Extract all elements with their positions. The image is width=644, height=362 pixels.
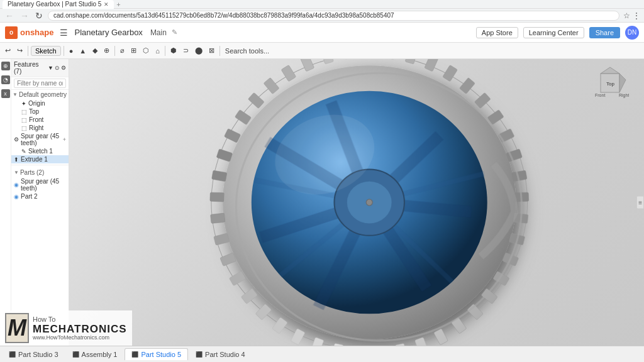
browser-chrome: Planetary Gearbox | Part Studio 5 ✕ + [0,0,644,9]
toolbar-btn-3[interactable]: ◆ [90,45,100,56]
svg-rect-26 [332,344,344,346]
gear-svg [69,59,644,346]
document-tab[interactable]: Main [150,28,167,37]
svg-rect-44 [301,59,314,72]
toolbar-btn-6[interactable]: ⊞ [128,45,139,56]
feature-search-input[interactable] [14,79,66,88]
hamburger-menu-icon[interactable]: ☰ [60,28,68,38]
toolbar-btn-5[interactable]: ⌀ [118,45,127,56]
user-avatar[interactable]: DN [625,26,639,40]
learning-center-button[interactable]: Learning Center [523,27,584,38]
new-tab-button[interactable]: + [116,1,120,8]
svg-rect-5 [425,59,438,72]
tree-item-origin[interactable]: ✦ Origin [11,99,69,107]
svg-marker-66 [601,67,619,74]
svg-rect-38 [216,149,233,162]
sketch1-label: Sketch 1 [28,148,53,155]
search-tools-button[interactable]: Search tools... [223,46,272,56]
features-label: Features (7) [14,61,48,75]
share-button[interactable]: Share [589,27,620,38]
tab-icon-3: ⬛ [131,351,138,358]
origin-icon: ✦ [21,101,26,107]
expand-parts-icon[interactable]: ▼ [14,170,19,175]
viewcube[interactable]: Top Front Right [591,64,629,102]
filter-icon[interactable]: ▼ [48,65,53,71]
main-toolbar: ↩ ↪ Sketch ● ▲ ◆ ⊕ ⌀ ⊞ ⬡ ⌂ ⬢ ⊃ ⬤ ⊠ Searc… [0,43,644,59]
toolbar-btn-2[interactable]: ▲ [77,46,89,56]
toolbar-btn-4[interactable]: ⊕ [101,45,112,56]
variable-icon[interactable]: x [1,89,10,98]
viewport-background: Top Front Right ≡ [69,59,644,346]
tree-item-front[interactable]: ⬚ Front [11,116,69,124]
settings-icon[interactable]: ⚙ [61,65,66,71]
browser-tab[interactable]: Planetary Gearbox | Part Studio 5 ✕ [3,0,114,9]
parts-icon[interactable]: ⊕ [1,62,10,70]
history-icon[interactable]: ◔ [1,75,10,84]
part-item-2[interactable]: ◉ Part 2 [11,192,69,200]
toolbar-btn-12[interactable]: ⊠ [206,45,217,56]
document-title: Planetary Gearbox [74,28,142,37]
forward-button[interactable]: → [19,10,30,21]
watermark-m-letter: M [5,313,29,343]
tab-part-studio-3[interactable]: ⬛ Part Studio 3 [3,349,65,360]
logo-icon: o [5,26,18,39]
tab-assembly-1[interactable]: ⬛ Assembly 1 [66,349,124,360]
toolbar-divider-5 [219,46,220,56]
sketch-button[interactable]: Sketch [31,46,61,56]
edit-doc-icon[interactable]: ✎ [172,28,177,36]
right-label: Right [29,124,43,131]
watermark-main-text: Mechatronics [33,324,127,334]
part2-icon: ◉ [14,194,19,200]
collapse-sidebar-handle[interactable]: ≡ [636,196,644,209]
undo-button[interactable]: ↩ [3,45,13,56]
logo-text: onshape [20,28,53,37]
tree-item-sketch1[interactable]: ✎ Sketch 1 [11,147,69,155]
sidebar-icon-rail: ⊕ ◔ x [0,59,11,346]
redo-button[interactable]: ↪ [14,45,25,56]
browser-actions: ☆ ⋮ [623,11,640,20]
tree-item-top[interactable]: ⬚ Top [11,107,69,116]
svg-rect-33 [220,253,236,266]
svg-text:Top: Top [606,81,614,87]
toolbar-btn-1[interactable]: ● [67,46,76,56]
part-item-1[interactable]: ◉ Spur gear (45 teeth) [11,177,69,192]
address-bar[interactable] [48,11,619,21]
toolbar-divider-2 [64,46,64,56]
3d-viewport[interactable]: Top Front Right ≡ + − ⊡ ⊞ [69,59,644,346]
svg-marker-67 [619,74,626,92]
toolbar-btn-8[interactable]: ⌂ [153,46,162,56]
tree-item-right[interactable]: ⬚ Right [11,124,69,132]
back-button[interactable]: ← [4,10,15,21]
bookmark-button[interactable]: ☆ [623,11,630,20]
tab-part-studio-4[interactable]: ⬛ Part Studio 4 [189,349,252,360]
toolbar-divider-3 [114,46,115,56]
menu-button[interactable]: ⋮ [633,11,640,20]
add-feature-icon[interactable]: ⊙ [55,65,60,71]
svg-rect-34 [214,233,230,245]
sidebar: ⊕ ◔ x Features (7) ▼ ⊙ ⚙ ▼ Default geome… [0,59,69,346]
svg-rect-23 [395,344,407,346]
toolbar-btn-9[interactable]: ⬢ [168,45,179,56]
tree-item-extrude1[interactable]: ⬆ Extrude 1 [11,155,69,163]
right-icon: ⬚ [21,125,27,131]
onshape-logo[interactable]: o onshape [5,26,53,39]
feature-tree: ▼ Default geometry ✦ Origin ⬚ Top ⬚ Fron… [11,90,69,163]
svg-rect-4 [405,59,418,64]
top-icon: ⬚ [21,109,27,115]
app-store-button[interactable]: App Store [476,27,518,38]
parts-label: Parts (2) [20,169,44,176]
svg-rect-31 [241,288,257,304]
tree-item-default-geometry[interactable]: ▼ Default geometry [11,90,69,99]
toolbar-btn-11[interactable]: ⬤ [192,45,205,56]
tab-part-studio-5[interactable]: ⬛ Part Studio 5 [125,348,188,360]
toolbar-btn-10[interactable]: ⊃ [180,45,191,56]
svg-rect-36 [210,192,225,202]
refresh-button[interactable]: ↻ [34,10,44,21]
svg-rect-42 [264,77,279,94]
tab-icon-2: ⬛ [72,351,79,358]
toolbar-btn-7[interactable]: ⬡ [140,45,152,56]
svg-point-63 [366,199,372,206]
add-spur-icon[interactable]: + [63,136,66,143]
tab-close-icon[interactable]: ✕ [104,1,109,8]
tree-item-spur-gear[interactable]: ⚙ Spur gear (45 teeth) + [11,132,69,147]
